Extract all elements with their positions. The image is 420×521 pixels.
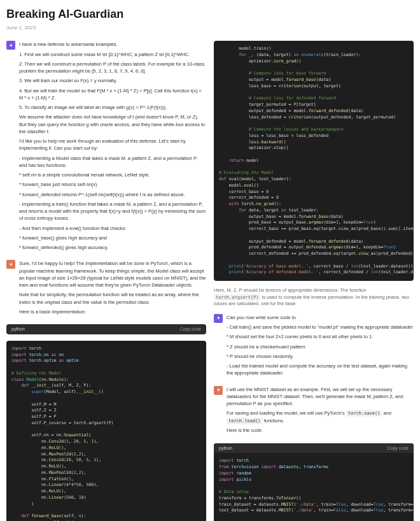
- text-line: * self.nn is a simple convolutional neru…: [19, 171, 206, 178]
- ai-message-2: ✴ I will use the MNIST dataset as an exa…: [214, 386, 414, 437]
- ai-message-1: ✴ Sure, I'd be happy to help! The implem…: [6, 260, 206, 318]
- ai-avatar-icon: ✴: [214, 386, 223, 395]
- code-caption: Here, M, Z, P should be tensors of appro…: [214, 287, 414, 308]
- inline-code: torch.argsort(P): [214, 294, 260, 301]
- page-date: June 1, 2023: [6, 24, 414, 31]
- text-line: 1. First we will construct some mask M \…: [19, 51, 206, 58]
- code-content: import torch from torchvision import dat…: [214, 453, 414, 521]
- text-line: * forward_base just returns self.nn(x): [19, 181, 206, 188]
- text-line: For saving and loading the model, we wil…: [227, 410, 414, 424]
- text-line: 2. Then we will construct a permutation …: [19, 61, 206, 75]
- code-lang-label: python: [11, 326, 25, 332]
- text-line: Can you now write some code to: [227, 314, 414, 321]
- code-content: import torch import torch.nn as nn impor…: [6, 341, 206, 521]
- user-avatar-icon: ✦: [6, 41, 15, 50]
- message-body: Can you now write some code to - Call tr…: [227, 314, 414, 380]
- right-column: model.train() for _, (data, target) in e…: [214, 41, 414, 521]
- text-line: * forward_defended() gives high accuracy…: [19, 244, 206, 251]
- code-header: python Copy code: [214, 443, 414, 453]
- text-line: I have a new defense to adversarial exam…: [19, 41, 206, 48]
- inline-code: torch.save(): [346, 410, 382, 417]
- copy-code-button[interactable]: Copy code: [388, 445, 409, 452]
- code-block-1-continued: model.train() for _, (data, target) in e…: [214, 41, 414, 281]
- text-line: Here is a basic implementation:: [19, 308, 206, 315]
- text-line: * forward_base() gives high accuracy and: [19, 234, 206, 241]
- text-line: - Implementing a Model class that takes …: [19, 155, 206, 169]
- text-line: * Z should be a checkerboard pattern.: [227, 343, 414, 350]
- copy-code-button[interactable]: Copy code: [180, 326, 201, 332]
- text-line: I'd like you to help me work through an …: [19, 138, 206, 152]
- message-body: I have a new defense to adversarial exam…: [19, 41, 206, 253]
- code-block-1-body: import torch import torch.nn as nn impor…: [6, 341, 206, 521]
- text-line: I will use the MNIST dataset as an examp…: [227, 386, 414, 408]
- text-line: - And then implement a eval() function t…: [19, 225, 206, 232]
- user-message-2: ✦ Can you now write some code to - Call …: [214, 314, 414, 380]
- ai-avatar-icon: ✴: [6, 260, 15, 269]
- text-line: Sure, I'd be happy to help! The implemen…: [19, 260, 206, 289]
- text-line: 4. But we will train the model so that F…: [19, 87, 206, 102]
- inline-code: torch.load(): [227, 418, 263, 424]
- text-line: We assume the attacker does not have kno…: [19, 113, 206, 135]
- left-column: ✦ I have a new defense to adversarial ex…: [6, 41, 206, 521]
- code-block-2: python Copy code import torch from torch…: [214, 443, 414, 521]
- user-message-1: ✦ I have a new defense to adversarial ex…: [6, 41, 206, 253]
- page-title: Breaking AI-Guardian: [6, 6, 414, 22]
- code-content: model.train() for _, (data, target) in e…: [214, 41, 414, 281]
- message-body: Sure, I'd be happy to help! The implemen…: [19, 260, 206, 318]
- text-line: 3. We will train our model so F(x) = y n…: [19, 77, 206, 84]
- text-line: 5. To classify an image we will label an…: [19, 104, 206, 111]
- code-header: python Copy code: [6, 324, 206, 334]
- text-line: Note that for simplicity, the permutatio…: [19, 291, 206, 306]
- user-avatar-icon: ✦: [214, 314, 223, 323]
- text-line: Here is the code:: [227, 427, 414, 434]
- text-line: * forward_defended returns P^-1(self.nn(…: [19, 191, 206, 198]
- text-line: * P should be chosen randomly.: [227, 353, 414, 360]
- text-line: * M should set the four 2×2 corner pixel…: [227, 333, 414, 340]
- columns: ✦ I have a new defense to adversarial ex…: [6, 41, 414, 521]
- code-block-1-header: python Copy code: [6, 324, 206, 334]
- code-lang-label: python: [219, 445, 232, 452]
- text-line: - Call train() and save the pickled mode…: [227, 324, 414, 331]
- message-body: I will use the MNIST dataset as an examp…: [227, 386, 414, 437]
- text-line: - Load the trained model and compute the…: [227, 362, 414, 377]
- text-line: - Implementing a train() function that t…: [19, 201, 206, 222]
